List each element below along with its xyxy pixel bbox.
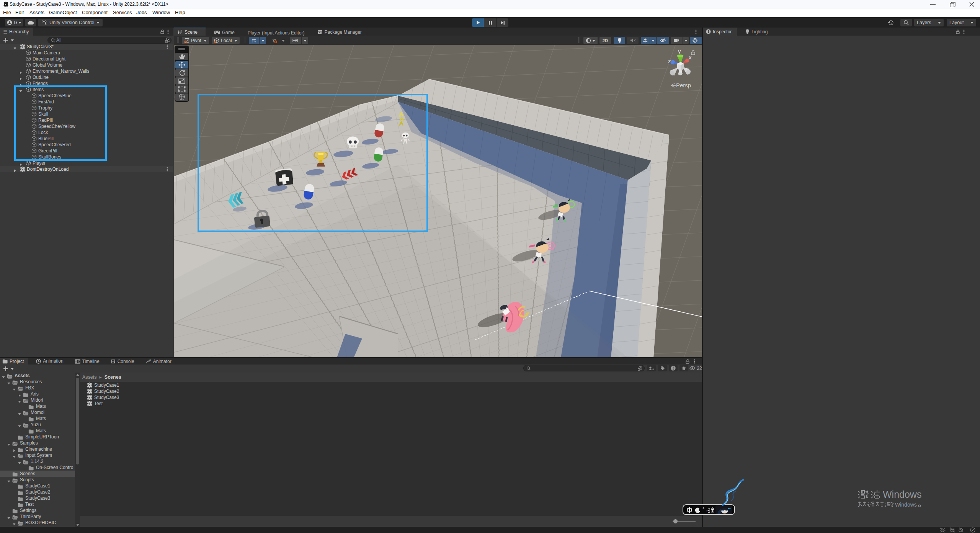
svg-text:z: z	[668, 58, 671, 64]
svg-text:Persp: Persp	[676, 82, 691, 88]
svg-text:y: y	[678, 48, 681, 54]
svg-text:Y: Y	[254, 41, 256, 43]
svg-text:x: x	[689, 54, 692, 60]
svg-text:Windows: Windows	[895, 502, 917, 508]
svg-text:Windows: Windows	[883, 489, 921, 500]
